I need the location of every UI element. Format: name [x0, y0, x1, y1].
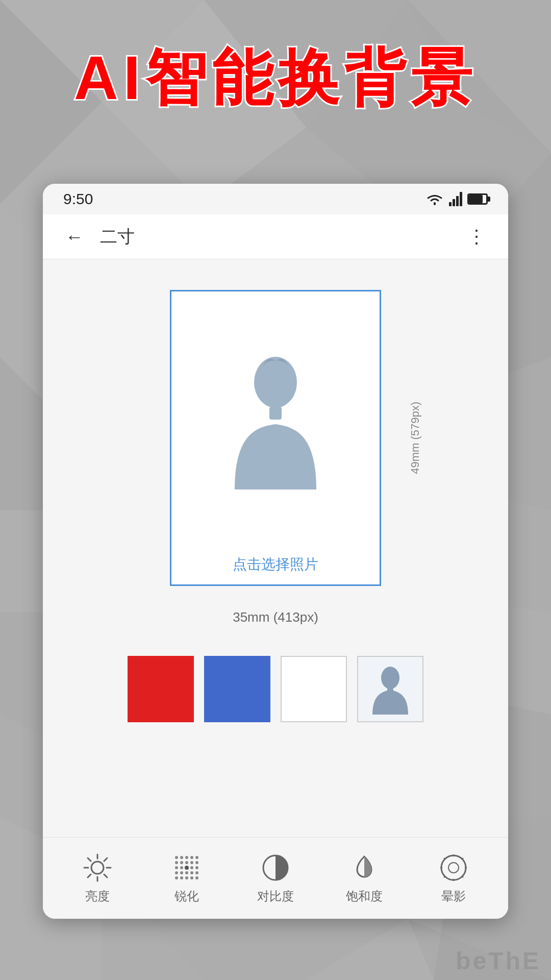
svg-point-67 [190, 876, 193, 879]
svg-point-64 [175, 876, 178, 879]
wifi-icon [425, 192, 444, 206]
svg-rect-28 [453, 199, 455, 206]
toolbar-vignette[interactable]: 晕影 [409, 852, 498, 904]
battery-icon [467, 193, 488, 205]
swatch-blue[interactable] [204, 656, 270, 722]
app-bar-title: 二寸 [100, 225, 461, 249]
brightness-label: 亮度 [85, 888, 110, 904]
svg-point-59 [175, 871, 178, 874]
swatch-person[interactable] [357, 656, 423, 722]
photo-select-text: 点击选择照片 [222, 545, 329, 584]
svg-point-33 [381, 667, 399, 689]
svg-line-42 [104, 858, 107, 861]
svg-point-44 [175, 856, 178, 859]
back-button[interactable]: ← [59, 222, 90, 252]
phone-frame: 9:50 ← 二寸 ⋮ [43, 184, 508, 919]
more-button[interactable]: ⋮ [461, 222, 492, 252]
saturation-label: 饱和度 [346, 888, 383, 904]
svg-point-61 [185, 871, 188, 874]
sharpen-icon [171, 852, 202, 883]
svg-point-49 [175, 861, 178, 864]
svg-point-68 [195, 876, 198, 879]
status-bar: 9:50 [43, 184, 508, 214]
toolbar-sharpen[interactable]: 锐化 [142, 852, 231, 904]
svg-point-48 [195, 856, 198, 859]
svg-point-71 [448, 863, 459, 873]
svg-point-52 [190, 861, 193, 864]
svg-line-41 [104, 874, 107, 877]
swatch-white[interactable] [281, 656, 347, 722]
svg-point-54 [175, 866, 178, 869]
svg-point-65 [180, 876, 183, 879]
back-arrow-icon: ← [65, 226, 84, 248]
placeholder-figure [171, 291, 380, 545]
silhouette-icon [224, 347, 327, 489]
vignette-icon [438, 852, 469, 883]
sharpen-label: 锐化 [174, 888, 199, 904]
swatch-red[interactable] [128, 656, 194, 722]
brightness-icon [82, 852, 113, 883]
photo-frame[interactable]: 点击选择照片 [170, 290, 381, 586]
width-dimension-label: 35mm (413px) [233, 609, 318, 625]
content-area: 点击选择照片 49mm (579px) 35mm (413px) [43, 259, 508, 837]
brightness-svg [82, 852, 113, 883]
svg-point-50 [180, 861, 183, 864]
svg-line-40 [88, 858, 91, 861]
width-dimension-text: 35mm (413px) [233, 609, 318, 625]
saturation-svg [349, 852, 380, 883]
toolbar-brightness[interactable]: 亮度 [53, 852, 142, 904]
toolbar-saturation[interactable]: 饱和度 [320, 852, 409, 904]
app-bar: ← 二寸 ⋮ [43, 214, 508, 259]
svg-point-45 [180, 856, 183, 859]
svg-point-60 [180, 871, 183, 874]
status-icons [425, 192, 488, 206]
watermark: beThE [445, 942, 551, 980]
color-swatches [128, 656, 423, 722]
contrast-icon [260, 852, 291, 883]
height-dimension-label: 49mm (579px) [409, 290, 422, 586]
svg-point-35 [91, 862, 104, 874]
svg-point-63 [195, 871, 198, 874]
svg-point-31 [254, 357, 297, 408]
svg-point-66 [185, 876, 188, 879]
svg-rect-30 [460, 192, 462, 206]
vignette-svg [438, 852, 469, 883]
svg-point-51 [185, 861, 188, 864]
signal-icon [449, 192, 462, 206]
photo-container: 点击选择照片 49mm (579px) [170, 290, 381, 586]
svg-point-53 [195, 861, 198, 864]
height-dimension-text: 49mm (579px) [409, 402, 422, 474]
svg-point-62 [190, 871, 193, 874]
contrast-label: 对比度 [257, 888, 294, 904]
saturation-icon [349, 852, 380, 883]
main-title: AI智能换背景 [0, 41, 551, 114]
svg-rect-29 [456, 196, 459, 206]
svg-point-55 [180, 866, 183, 869]
more-dots-icon: ⋮ [467, 228, 486, 246]
svg-point-47 [190, 856, 193, 859]
contrast-svg [260, 852, 291, 883]
svg-line-43 [88, 874, 91, 877]
svg-point-57 [190, 866, 193, 869]
svg-point-46 [185, 856, 188, 859]
svg-rect-27 [449, 202, 452, 206]
title-area: AI智能换背景 [0, 41, 551, 114]
svg-point-56 [185, 866, 189, 870]
mini-silhouette-icon [370, 664, 411, 715]
vignette-label: 晕影 [441, 888, 466, 904]
status-time: 9:50 [63, 190, 93, 208]
sharpen-svg [171, 852, 202, 883]
toolbar-contrast[interactable]: 对比度 [231, 852, 320, 904]
svg-point-58 [195, 866, 198, 869]
svg-rect-32 [269, 407, 282, 420]
bottom-toolbar: 亮度 [43, 837, 508, 919]
